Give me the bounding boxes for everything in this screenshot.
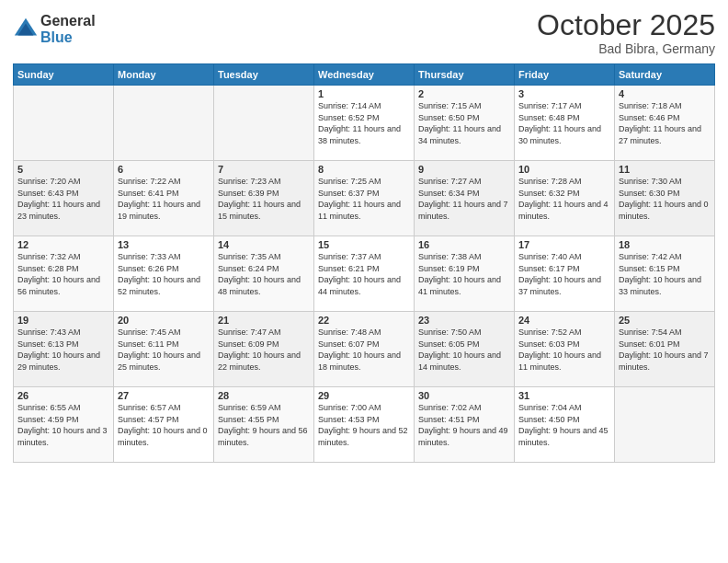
cell-2-2: 6Sunrise: 7:22 AMSunset: 6:41 PMDaylight… bbox=[114, 161, 214, 236]
day-number: 19 bbox=[17, 315, 109, 326]
day-number: 30 bbox=[418, 390, 510, 401]
day-info: Sunrise: 6:57 AMSunset: 4:57 PMDaylight:… bbox=[118, 402, 210, 448]
cell-4-7: 25Sunrise: 7:54 AMSunset: 6:01 PMDayligh… bbox=[615, 312, 715, 387]
cell-4-1: 19Sunrise: 7:43 AMSunset: 6:13 PMDayligh… bbox=[14, 312, 114, 387]
day-number: 20 bbox=[118, 315, 210, 326]
cell-2-1: 5Sunrise: 7:20 AMSunset: 6:43 PMDaylight… bbox=[14, 161, 114, 236]
cell-3-2: 13Sunrise: 7:33 AMSunset: 6:26 PMDayligh… bbox=[114, 236, 214, 312]
day-info: Sunrise: 7:50 AMSunset: 6:05 PMDaylight:… bbox=[418, 327, 510, 373]
day-info: Sunrise: 7:25 AMSunset: 6:37 PMDaylight:… bbox=[318, 176, 410, 222]
cell-2-4: 8Sunrise: 7:25 AMSunset: 6:37 PMDaylight… bbox=[314, 161, 415, 236]
day-info: Sunrise: 7:42 AMSunset: 6:15 PMDaylight:… bbox=[619, 251, 711, 297]
cell-3-6: 17Sunrise: 7:40 AMSunset: 6:17 PMDayligh… bbox=[515, 236, 615, 312]
calendar-table: Sunday Monday Tuesday Wednesday Thursday… bbox=[13, 63, 715, 463]
day-info: Sunrise: 7:18 AMSunset: 6:46 PMDaylight:… bbox=[619, 100, 711, 146]
cell-4-6: 24Sunrise: 7:52 AMSunset: 6:03 PMDayligh… bbox=[515, 312, 615, 387]
title-block: October 2025 Bad Bibra, Germany bbox=[537, 9, 715, 56]
logo-text: General Blue bbox=[40, 13, 96, 45]
month-title: October 2025 bbox=[537, 9, 715, 41]
day-number: 15 bbox=[318, 239, 410, 250]
day-number: 21 bbox=[218, 315, 310, 326]
cell-4-2: 20Sunrise: 7:45 AMSunset: 6:11 PMDayligh… bbox=[114, 312, 214, 387]
weekday-header-row: Sunday Monday Tuesday Wednesday Thursday… bbox=[14, 64, 715, 86]
day-info: Sunrise: 7:45 AMSunset: 6:11 PMDaylight:… bbox=[118, 327, 210, 373]
day-info: Sunrise: 7:20 AMSunset: 6:43 PMDaylight:… bbox=[17, 176, 109, 222]
day-info: Sunrise: 7:35 AMSunset: 6:24 PMDaylight:… bbox=[218, 251, 310, 297]
cell-4-4: 22Sunrise: 7:48 AMSunset: 6:07 PMDayligh… bbox=[314, 312, 415, 387]
cell-1-3 bbox=[214, 86, 314, 161]
day-info: Sunrise: 7:48 AMSunset: 6:07 PMDaylight:… bbox=[318, 327, 410, 373]
cell-3-5: 16Sunrise: 7:38 AMSunset: 6:19 PMDayligh… bbox=[415, 236, 515, 312]
day-number: 16 bbox=[418, 239, 510, 250]
day-number: 13 bbox=[118, 239, 210, 250]
day-number: 1 bbox=[318, 88, 410, 99]
header-thursday: Thursday bbox=[415, 64, 515, 86]
day-info: Sunrise: 6:55 AMSunset: 4:59 PMDaylight:… bbox=[17, 402, 109, 448]
day-number: 17 bbox=[518, 239, 610, 250]
day-info: Sunrise: 7:15 AMSunset: 6:50 PMDaylight:… bbox=[418, 100, 510, 146]
day-number: 29 bbox=[318, 390, 410, 401]
cell-4-3: 21Sunrise: 7:47 AMSunset: 6:09 PMDayligh… bbox=[214, 312, 314, 387]
header-friday: Friday bbox=[515, 64, 615, 86]
day-number: 8 bbox=[318, 164, 410, 175]
day-number: 23 bbox=[418, 315, 510, 326]
day-number: 5 bbox=[17, 164, 109, 175]
day-info: Sunrise: 7:30 AMSunset: 6:30 PMDaylight:… bbox=[619, 176, 711, 222]
cell-2-3: 7Sunrise: 7:23 AMSunset: 6:39 PMDaylight… bbox=[214, 161, 314, 236]
day-number: 3 bbox=[518, 88, 610, 99]
day-info: Sunrise: 7:38 AMSunset: 6:19 PMDaylight:… bbox=[418, 251, 510, 297]
location: Bad Bibra, Germany bbox=[537, 41, 715, 56]
cell-5-3: 28Sunrise: 6:59 AMSunset: 4:55 PMDayligh… bbox=[214, 387, 314, 463]
cell-3-1: 12Sunrise: 7:32 AMSunset: 6:28 PMDayligh… bbox=[14, 236, 114, 312]
day-number: 24 bbox=[518, 315, 610, 326]
cell-5-2: 27Sunrise: 6:57 AMSunset: 4:57 PMDayligh… bbox=[114, 387, 214, 463]
day-number: 27 bbox=[118, 390, 210, 401]
day-info: Sunrise: 7:04 AMSunset: 4:50 PMDaylight:… bbox=[518, 402, 610, 448]
day-info: Sunrise: 7:22 AMSunset: 6:41 PMDaylight:… bbox=[118, 176, 210, 222]
cell-1-7: 4Sunrise: 7:18 AMSunset: 6:46 PMDaylight… bbox=[615, 86, 715, 161]
day-info: Sunrise: 6:59 AMSunset: 4:55 PMDaylight:… bbox=[218, 402, 310, 448]
day-info: Sunrise: 7:02 AMSunset: 4:51 PMDaylight:… bbox=[418, 402, 510, 448]
cell-5-1: 26Sunrise: 6:55 AMSunset: 4:59 PMDayligh… bbox=[14, 387, 114, 463]
day-info: Sunrise: 7:37 AMSunset: 6:21 PMDaylight:… bbox=[318, 251, 410, 297]
day-info: Sunrise: 7:54 AMSunset: 6:01 PMDaylight:… bbox=[619, 327, 711, 373]
day-info: Sunrise: 7:17 AMSunset: 6:48 PMDaylight:… bbox=[518, 100, 610, 146]
header-sunday: Sunday bbox=[14, 64, 114, 86]
cell-2-6: 10Sunrise: 7:28 AMSunset: 6:32 PMDayligh… bbox=[515, 161, 615, 236]
day-info: Sunrise: 7:00 AMSunset: 4:53 PMDaylight:… bbox=[318, 402, 410, 448]
cell-1-2 bbox=[114, 86, 214, 161]
cell-3-7: 18Sunrise: 7:42 AMSunset: 6:15 PMDayligh… bbox=[615, 236, 715, 312]
day-number: 18 bbox=[619, 239, 711, 250]
day-number: 6 bbox=[118, 164, 210, 175]
calendar-container: General Blue October 2025 Bad Bibra, Ger… bbox=[0, 0, 728, 468]
header-monday: Monday bbox=[114, 64, 214, 86]
cell-4-5: 23Sunrise: 7:50 AMSunset: 6:05 PMDayligh… bbox=[415, 312, 515, 387]
day-info: Sunrise: 7:52 AMSunset: 6:03 PMDaylight:… bbox=[518, 327, 610, 373]
day-info: Sunrise: 7:23 AMSunset: 6:39 PMDaylight:… bbox=[218, 176, 310, 222]
day-number: 12 bbox=[17, 239, 109, 250]
cell-2-5: 9Sunrise: 7:27 AMSunset: 6:34 PMDaylight… bbox=[415, 161, 515, 236]
week-row-5: 26Sunrise: 6:55 AMSunset: 4:59 PMDayligh… bbox=[14, 387, 715, 463]
cell-5-7 bbox=[615, 387, 715, 463]
day-info: Sunrise: 7:28 AMSunset: 6:32 PMDaylight:… bbox=[518, 176, 610, 222]
logo-blue: Blue bbox=[40, 29, 96, 46]
cell-5-4: 29Sunrise: 7:00 AMSunset: 4:53 PMDayligh… bbox=[314, 387, 415, 463]
day-info: Sunrise: 7:40 AMSunset: 6:17 PMDaylight:… bbox=[518, 251, 610, 297]
header: General Blue October 2025 Bad Bibra, Ger… bbox=[13, 9, 715, 56]
day-number: 31 bbox=[518, 390, 610, 401]
logo-general: General bbox=[40, 13, 96, 29]
cell-5-5: 30Sunrise: 7:02 AMSunset: 4:51 PMDayligh… bbox=[415, 387, 515, 463]
day-number: 7 bbox=[218, 164, 310, 175]
day-number: 28 bbox=[218, 390, 310, 401]
day-number: 14 bbox=[218, 239, 310, 250]
day-number: 22 bbox=[318, 315, 410, 326]
header-wednesday: Wednesday bbox=[314, 64, 415, 86]
day-number: 26 bbox=[17, 390, 109, 401]
header-tuesday: Tuesday bbox=[214, 64, 314, 86]
cell-1-1 bbox=[14, 86, 114, 161]
cell-1-4: 1Sunrise: 7:14 AMSunset: 6:52 PMDaylight… bbox=[314, 86, 415, 161]
cell-5-6: 31Sunrise: 7:04 AMSunset: 4:50 PMDayligh… bbox=[515, 387, 615, 463]
week-row-2: 5Sunrise: 7:20 AMSunset: 6:43 PMDaylight… bbox=[14, 161, 715, 236]
cell-1-6: 3Sunrise: 7:17 AMSunset: 6:48 PMDaylight… bbox=[515, 86, 615, 161]
day-info: Sunrise: 7:14 AMSunset: 6:52 PMDaylight:… bbox=[318, 100, 410, 146]
